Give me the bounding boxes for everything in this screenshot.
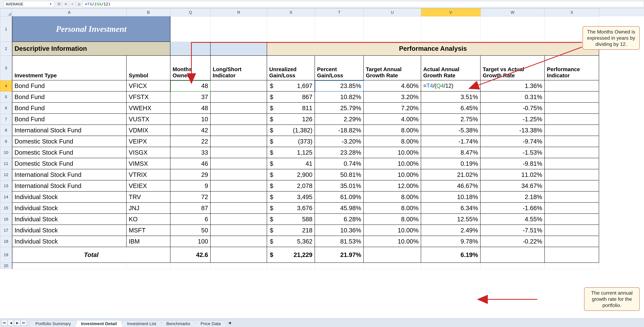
cell-perf-10[interactable] <box>545 147 599 158</box>
cell-type-5[interactable]: Bond Fund <box>12 92 126 102</box>
cell-type-16[interactable]: Individual Stock <box>12 214 126 225</box>
cell-indicator-14[interactable] <box>210 192 267 202</box>
cell-months-5[interactable]: 37 <box>170 92 210 102</box>
sheet-tab-price-data[interactable]: Price Data <box>195 320 226 327</box>
name-box-dropdown-icon[interactable]: ▼ <box>49 2 52 6</box>
cell-tgt-18[interactable]: 10.00% <box>364 236 421 247</box>
cell-ugl-8[interactable]: $(1,382) <box>267 125 315 136</box>
cell-act-4[interactable]: =T4/(Q4/12) <box>421 80 480 92</box>
cell-perf-16[interactable] <box>545 214 599 225</box>
cell-indicator-7[interactable] <box>210 114 267 125</box>
row-header-19[interactable]: 19 <box>0 247 12 263</box>
cell-symbol-13[interactable]: VEIEX <box>126 180 170 192</box>
cell-indicator-8[interactable] <box>210 125 267 136</box>
cell-tgt-9[interactable]: 8.00% <box>364 136 421 147</box>
cell-perf-13[interactable] <box>545 180 599 192</box>
cell-perf-7[interactable] <box>545 114 599 125</box>
cell-months-16[interactable]: 6 <box>170 214 210 225</box>
tab-nav-prev[interactable]: ◀ <box>8 320 14 326</box>
tab-nav-first[interactable]: ⏮ <box>1 320 8 326</box>
cell-months-17[interactable]: 50 <box>170 225 210 236</box>
row-header-12[interactable]: 12 <box>0 169 12 180</box>
cell-type-13[interactable]: International Stock Fund <box>12 180 126 192</box>
cell-act-17[interactable]: 2.49% <box>421 225 480 236</box>
cell-months-6[interactable]: 48 <box>170 102 210 114</box>
tab-nav-last[interactable]: ⏭ <box>21 320 27 326</box>
cell-indicator-4[interactable] <box>210 80 267 92</box>
cell-months-4[interactable]: 48 <box>170 80 210 92</box>
cell-ugl-7[interactable]: $126 <box>267 114 315 125</box>
row-header-1[interactable]: 1 <box>0 16 12 42</box>
cell-perf-15[interactable] <box>545 202 599 214</box>
cell-perf-9[interactable] <box>545 136 599 147</box>
col-header-X[interactable]: X <box>545 8 599 16</box>
cell-act-6[interactable]: 6.45% <box>421 102 480 114</box>
cell-ugl-15[interactable]: $3,676 <box>267 202 315 214</box>
cell-act-15[interactable]: 6.34% <box>421 202 480 214</box>
cell-ugl-9[interactable]: $(373) <box>267 136 315 147</box>
cell-tva-10[interactable]: -1.53% <box>480 147 545 158</box>
cell-indicator-16[interactable] <box>210 214 267 225</box>
cell-type-11[interactable]: Domestic Stock Fund <box>12 158 126 169</box>
cell-tgt-10[interactable]: 10.00% <box>364 147 421 158</box>
cell-tva-11[interactable]: -9.81% <box>480 158 545 169</box>
cell-symbol-17[interactable]: MSFT <box>126 225 170 236</box>
expand-refs-icon[interactable]: ⦿ <box>56 1 62 7</box>
sheet-tab-investment-detail[interactable]: Investment Detail <box>75 320 122 327</box>
cell-type-8[interactable]: International Stock Fund <box>12 125 126 136</box>
cell-act-10[interactable]: 8.47% <box>421 147 480 158</box>
formula-input[interactable]: =T4/(Q4/12) <box>83 1 644 7</box>
cell-tgt-7[interactable]: 4.00% <box>364 114 421 125</box>
cell-tva-12[interactable]: 11.02% <box>480 169 545 180</box>
cell-act-18[interactable]: 9.78% <box>421 236 480 247</box>
cell-tgt-12[interactable]: 10.00% <box>364 169 421 180</box>
cell-symbol-10[interactable]: VISGX <box>126 147 170 158</box>
row-header-7[interactable]: 7 <box>0 114 12 125</box>
row-header-2[interactable]: 2 <box>0 42 12 56</box>
cell-act-14[interactable]: 10.18% <box>421 192 480 202</box>
cell-tva-15[interactable]: -1.66% <box>480 202 545 214</box>
col-header-B[interactable]: B <box>126 8 170 16</box>
cell-pgl-14[interactable]: 61.09% <box>315 192 364 202</box>
cell-type-15[interactable]: Individual Stock <box>12 202 126 214</box>
cell-perf-4[interactable] <box>545 80 599 92</box>
cell-tgt-14[interactable]: 8.00% <box>364 192 421 202</box>
cell-indicator-18[interactable] <box>210 236 267 247</box>
row-header-13[interactable]: 13 <box>0 180 12 192</box>
cell-tgt-4[interactable]: 4.60% <box>364 80 421 92</box>
cell-ugl-5[interactable]: $867 <box>267 92 315 102</box>
cell-perf-5[interactable] <box>545 92 599 102</box>
cell-symbol-18[interactable]: IBM <box>126 236 170 247</box>
col-header-R[interactable]: R <box>210 8 267 16</box>
worksheet-grid[interactable]: 1234567891011121314151617181920 Personal… <box>0 16 644 269</box>
cell-pgl-9[interactable]: -3.20% <box>315 136 364 147</box>
row-header-15[interactable]: 15 <box>0 202 12 214</box>
fx-icon[interactable]: fx <box>76 1 83 7</box>
cell-pgl-11[interactable]: 0.74% <box>315 158 364 169</box>
row-header-11[interactable]: 11 <box>0 158 12 169</box>
cell-type-9[interactable]: Domestic Stock Fund <box>12 136 126 147</box>
col-header-V[interactable]: V <box>421 8 480 16</box>
cell-indicator-17[interactable] <box>210 225 267 236</box>
row-header-17[interactable]: 17 <box>0 225 12 236</box>
cell-tva-9[interactable]: -9.74% <box>480 136 545 147</box>
cell-type-18[interactable]: Individual Stock <box>12 236 126 247</box>
cell-months-18[interactable]: 100 <box>170 236 210 247</box>
select-all-corner[interactable] <box>0 8 12 16</box>
cell-ugl-18[interactable]: $5,362 <box>267 236 315 247</box>
cell-type-7[interactable]: Bond Fund <box>12 114 126 125</box>
col-header-S[interactable]: S <box>267 8 315 16</box>
col-header-U[interactable]: U <box>364 8 421 16</box>
cell-pgl-13[interactable]: 35.01% <box>315 180 364 192</box>
cell-tva-13[interactable]: 34.67% <box>480 180 545 192</box>
cancel-icon[interactable]: ✕ <box>62 1 69 7</box>
cell-symbol-6[interactable]: VWEHX <box>126 102 170 114</box>
cell-tgt-13[interactable]: 12.00% <box>364 180 421 192</box>
row-header-18[interactable]: 18 <box>0 236 12 247</box>
cell-tgt-6[interactable]: 7.20% <box>364 102 421 114</box>
cell-type-4[interactable]: Bond Fund <box>12 80 126 92</box>
cell-tva-17[interactable]: -7.51% <box>480 225 545 236</box>
enter-icon[interactable]: ✓ <box>69 1 76 7</box>
cell-tva-14[interactable]: 2.18% <box>480 192 545 202</box>
cell-symbol-4[interactable]: VFICX <box>126 80 170 92</box>
